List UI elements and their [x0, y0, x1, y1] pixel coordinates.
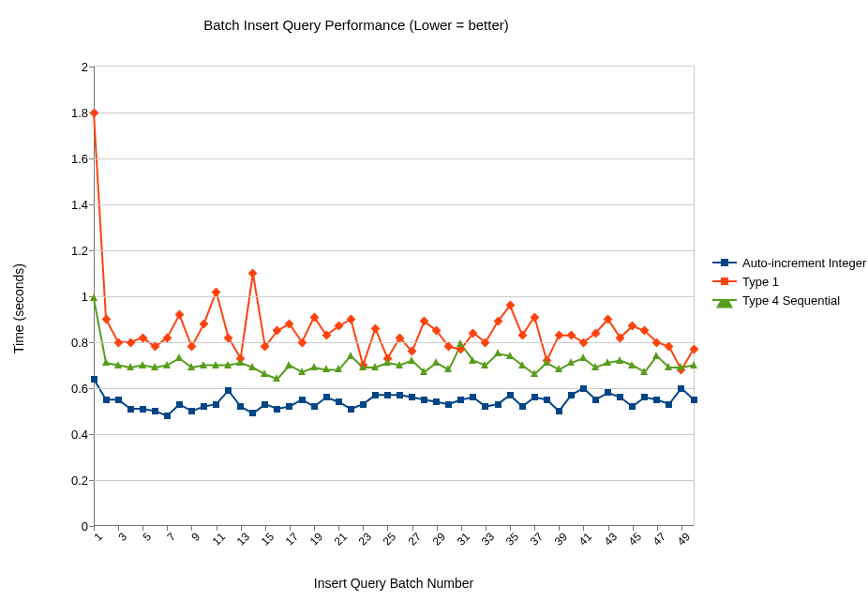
y-tick-label: 1.4 [71, 198, 94, 212]
x-tick-label: 49 [670, 526, 693, 548]
plot-area: 00.20.40.60.811.21.41.61.821357911131517… [94, 66, 695, 526]
data-point [262, 401, 268, 408]
data-point [408, 356, 415, 364]
x-tick-label: 19 [304, 526, 326, 548]
gridline [94, 204, 694, 205]
data-point [383, 358, 391, 366]
x-tick-label: 3 [112, 526, 129, 544]
data-point [640, 368, 648, 375]
data-point [286, 403, 292, 410]
data-point [372, 392, 379, 398]
data-point [444, 365, 452, 372]
data-point [127, 363, 134, 370]
chart-title: Batch Insert Query Performance (Lower = … [0, 17, 712, 33]
data-point [543, 358, 550, 366]
data-point [617, 394, 623, 400]
data-point [665, 363, 672, 370]
data-point [176, 401, 183, 408]
data-point [175, 353, 183, 361]
data-point [103, 397, 110, 403]
data-point [555, 365, 562, 372]
legend-item-auto-increment: Auto-increment Integer [712, 253, 866, 272]
data-point [311, 403, 318, 410]
data-point [507, 392, 514, 398]
x-tick-label: 39 [548, 526, 571, 548]
x-tick-label: 35 [500, 526, 522, 548]
data-point [592, 397, 599, 403]
data-point [580, 385, 587, 392]
legend-label: Type 4 Sequential [742, 293, 840, 308]
data-point [628, 361, 636, 368]
data-point [470, 394, 476, 400]
data-point [653, 397, 660, 403]
data-point [164, 413, 171, 419]
data-point [224, 361, 232, 368]
data-point [421, 397, 427, 403]
data-point [666, 401, 672, 408]
data-point [482, 403, 488, 410]
data-point [299, 397, 306, 403]
data-point [102, 358, 110, 366]
x-tick-label: 37 [524, 526, 546, 548]
y-tick-label: 0.6 [71, 382, 94, 396]
gridline [94, 434, 694, 435]
data-point [579, 353, 587, 361]
legend-item-type1: Type 1 [712, 272, 866, 291]
data-point [568, 392, 575, 398]
x-tick-label: 41 [573, 526, 595, 548]
data-point [347, 352, 354, 359]
legend-swatch-type1 [712, 276, 737, 287]
x-tick-label: 15 [254, 526, 277, 548]
data-point [605, 389, 611, 396]
x-tick-label: 21 [328, 526, 351, 548]
x-tick-label: 47 [646, 526, 668, 548]
data-point [397, 392, 403, 398]
data-point [348, 406, 354, 413]
data-point [115, 397, 122, 403]
x-tick-label: 25 [377, 526, 399, 548]
data-point [91, 376, 97, 383]
data-point [187, 363, 195, 370]
data-point [469, 356, 476, 364]
gridline [94, 388, 694, 389]
series-line-type-1 [94, 113, 694, 369]
data-point [274, 406, 280, 413]
y-tick-label: 0.2 [71, 473, 94, 488]
x-tick-label: 33 [475, 526, 498, 548]
data-point [384, 392, 391, 398]
data-point [494, 349, 501, 356]
data-point [409, 394, 415, 400]
y-axis-label: Time (seconds) [11, 263, 26, 353]
data-point [567, 358, 575, 366]
x-tick-label: 11 [205, 526, 228, 548]
data-point [445, 401, 452, 408]
x-tick-label: 27 [401, 526, 424, 548]
data-point [544, 397, 550, 403]
data-point [432, 358, 440, 366]
data-point [506, 352, 514, 359]
data-point [273, 374, 280, 382]
data-point [201, 403, 207, 410]
gridline [94, 158, 694, 159]
data-point [236, 358, 244, 366]
data-point [495, 401, 501, 408]
data-point [420, 368, 427, 375]
data-point [225, 387, 232, 394]
data-point [248, 363, 256, 370]
data-point [323, 394, 330, 400]
x-tick-label: 17 [279, 526, 302, 548]
x-tick-label: 23 [352, 526, 375, 548]
data-point [518, 361, 526, 368]
data-point [188, 408, 195, 414]
series-line-auto-increment-integer [94, 379, 694, 415]
data-point [616, 356, 623, 364]
data-point [140, 406, 146, 413]
data-point [336, 398, 342, 405]
x-tick-label: 1 [87, 526, 105, 544]
data-point [641, 394, 648, 400]
data-point [139, 361, 146, 368]
data-point [690, 361, 697, 368]
series-line-type-4-sequential [94, 298, 694, 379]
data-point [335, 365, 342, 372]
x-tick-label: 43 [597, 526, 620, 548]
